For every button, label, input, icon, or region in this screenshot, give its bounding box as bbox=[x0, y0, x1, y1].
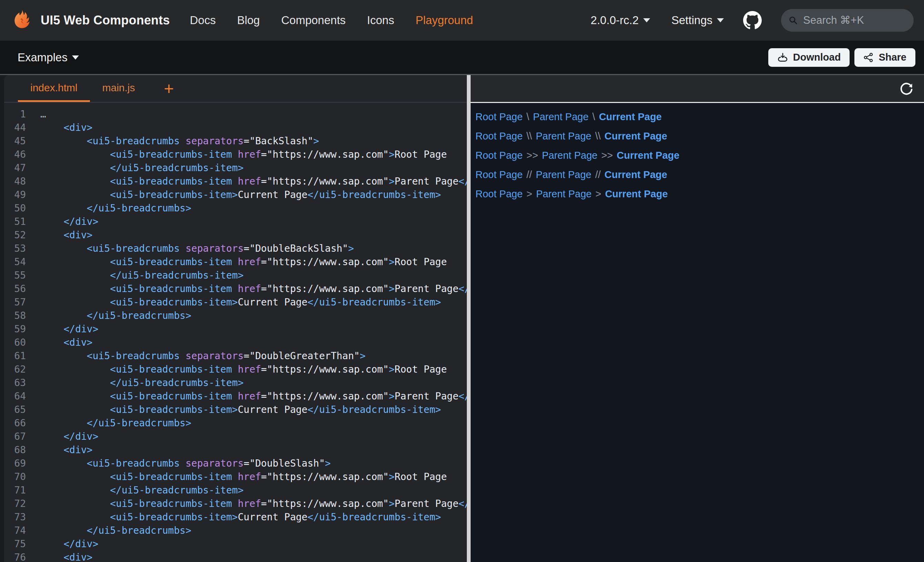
code-text: <div> bbox=[40, 443, 93, 457]
code-line-69: 69 <ui5-breadcrumbs separators="DoubleSl… bbox=[4, 457, 467, 470]
code-line-66: 66 </ui5-breadcrumbs> bbox=[4, 416, 467, 430]
download-button[interactable]: Download bbox=[768, 48, 850, 67]
code-line-60: 60 <div> bbox=[4, 336, 467, 349]
line-number: 72 bbox=[4, 497, 26, 510]
code-text: </ui5-breadcrumbs-item> bbox=[40, 376, 244, 390]
code-text: <div> bbox=[40, 336, 93, 349]
line-number: 52 bbox=[4, 228, 26, 242]
code-text: … bbox=[40, 108, 46, 121]
code-line-53: 53 <ui5-breadcrumbs separators="DoubleBa… bbox=[4, 242, 467, 255]
code-line-67: 67 </div> bbox=[4, 430, 467, 443]
code-line-52: 52 <div> bbox=[4, 228, 467, 242]
breadcrumb-link[interactable]: Parent Page bbox=[533, 111, 588, 122]
code-line-71: 71 </ui5-breadcrumbs-item> bbox=[4, 484, 467, 497]
examples-label: Examples bbox=[18, 51, 68, 64]
code-line-51: 51 </div> bbox=[4, 215, 467, 228]
preview-header bbox=[471, 75, 924, 103]
line-number: 44 bbox=[4, 121, 26, 134]
line-number: 59 bbox=[4, 322, 26, 336]
code-text: </div> bbox=[40, 537, 99, 551]
line-number: 67 bbox=[4, 430, 26, 443]
breadcrumb-row-4: Root Page//Parent Page//Current Page bbox=[476, 169, 924, 180]
code-line-58: 58 </ui5-breadcrumbs> bbox=[4, 309, 467, 322]
code-text: <ui5-breadcrumbs separators="DoubleSlash… bbox=[40, 457, 331, 470]
examples-dropdown[interactable]: Examples bbox=[18, 51, 79, 64]
code-line-70: 70 <ui5-breadcrumbs-item href="https://w… bbox=[4, 470, 467, 484]
code-line-65: 65 <ui5-breadcrumbs-item>Current Page</u… bbox=[4, 403, 467, 416]
code-text: </ui5-breadcrumbs-item> bbox=[40, 484, 244, 497]
code-line-75: 75 </div> bbox=[4, 537, 467, 551]
nav-item-icons[interactable]: Icons bbox=[367, 14, 394, 27]
preview-output: Root Page\Parent Page\Current PageRoot P… bbox=[471, 103, 924, 562]
code-line-55: 55 </ui5-breadcrumbs-item> bbox=[4, 268, 467, 282]
breadcrumb-link[interactable]: Root Page bbox=[476, 188, 523, 199]
code-text: <ui5-breadcrumbs-item>Current Page</ui5-… bbox=[40, 295, 441, 309]
line-number: 60 bbox=[4, 336, 26, 349]
version-dropdown[interactable]: 2.0.0-rc.2 bbox=[591, 14, 650, 27]
code-line-63: 63 </ui5-breadcrumbs-item> bbox=[4, 376, 467, 390]
share-nodes-icon bbox=[863, 52, 874, 63]
breadcrumb-separator: // bbox=[595, 169, 600, 180]
breadcrumb-link[interactable]: Root Page bbox=[476, 130, 523, 142]
nav-item-components[interactable]: Components bbox=[281, 14, 345, 27]
code-line-49: 49 <ui5-breadcrumbs-item>Current Page</u… bbox=[4, 188, 467, 201]
breadcrumb-link[interactable]: Parent Page bbox=[542, 150, 597, 161]
breadcrumb-current: Current Page bbox=[617, 150, 680, 161]
breadcrumb-row-3: Root Page>>Parent Page>>Current Page bbox=[476, 150, 924, 161]
add-tab-button[interactable]: + bbox=[161, 75, 177, 102]
code-area[interactable]: 1…44 <div>45 <ui5-breadcrumbs separators… bbox=[4, 103, 467, 562]
magnifier-icon bbox=[789, 15, 798, 25]
refresh-button[interactable] bbox=[898, 81, 914, 96]
line-number: 58 bbox=[4, 309, 26, 322]
line-number: 1 bbox=[4, 108, 26, 121]
line-number: 62 bbox=[4, 363, 26, 376]
pane-resize-handle[interactable] bbox=[467, 75, 471, 562]
code-line-1: 1… bbox=[4, 108, 467, 121]
download-label: Download bbox=[793, 52, 841, 63]
github-icon[interactable] bbox=[743, 11, 762, 30]
breadcrumb-current: Current Page bbox=[599, 111, 662, 122]
line-number: 76 bbox=[4, 551, 26, 562]
search-input[interactable] bbox=[803, 14, 906, 27]
preview-pane: Root Page\Parent Page\Current PageRoot P… bbox=[471, 75, 924, 562]
search-box[interactable] bbox=[781, 9, 914, 32]
nav-item-blog[interactable]: Blog bbox=[237, 14, 260, 27]
caret-down-icon bbox=[643, 18, 650, 22]
line-number: 46 bbox=[4, 148, 26, 161]
breadcrumb-separator: \ bbox=[526, 111, 529, 122]
breadcrumb-link[interactable]: Parent Page bbox=[536, 130, 591, 142]
header-nav: DocsBlogComponentsIconsPlayground bbox=[190, 14, 473, 27]
code-text: <div> bbox=[40, 551, 93, 562]
tab-index.html[interactable]: index.html bbox=[18, 75, 90, 102]
breadcrumb-link[interactable]: Root Page bbox=[476, 111, 523, 122]
breadcrumb-current: Current Page bbox=[604, 169, 668, 180]
settings-dropdown[interactable]: Settings bbox=[672, 14, 724, 27]
caret-down-icon bbox=[72, 55, 79, 60]
code-line-46: 46 <ui5-breadcrumbs-item href="https://w… bbox=[4, 148, 467, 161]
breadcrumb-link[interactable]: Root Page bbox=[476, 150, 523, 161]
code-text: <ui5-breadcrumbs-item>Current Page</ui5-… bbox=[40, 188, 441, 201]
code-text: </ui5-breadcrumbs> bbox=[40, 309, 191, 322]
code-text: <ui5-breadcrumbs-item href="https://www.… bbox=[40, 470, 447, 484]
code-text: <ui5-breadcrumbs-item href="https://www.… bbox=[40, 363, 447, 376]
breadcrumb-separator: \\ bbox=[526, 130, 532, 142]
line-number: 51 bbox=[4, 215, 26, 228]
code-line-50: 50 </ui5-breadcrumbs> bbox=[4, 201, 467, 215]
nav-item-playground[interactable]: Playground bbox=[416, 14, 473, 27]
code-line-45: 45 <ui5-breadcrumbs separators="BackSlas… bbox=[4, 134, 467, 148]
tab-main.js[interactable]: main.js bbox=[90, 75, 147, 102]
nav-item-docs[interactable]: Docs bbox=[190, 14, 216, 27]
line-number: 56 bbox=[4, 282, 26, 295]
share-button[interactable]: Share bbox=[854, 48, 915, 67]
breadcrumb-link[interactable]: Parent Page bbox=[536, 169, 591, 180]
breadcrumb-link[interactable]: Root Page bbox=[476, 169, 523, 180]
code-text: </div> bbox=[40, 322, 99, 336]
header-right: 2.0.0-rc.2 Settings bbox=[591, 9, 914, 32]
code-text: <ui5-breadcrumbs-item href="https://www.… bbox=[40, 255, 447, 268]
code-text: </ui5-breadcrumbs-item> bbox=[40, 268, 244, 282]
refresh-icon bbox=[898, 81, 914, 96]
code-text: <ui5-breadcrumbs-item href="https://www.… bbox=[40, 148, 447, 161]
breadcrumb-link[interactable]: Parent Page bbox=[536, 188, 591, 199]
line-number: 68 bbox=[4, 443, 26, 457]
code-text: </ui5-breadcrumbs> bbox=[40, 524, 191, 537]
